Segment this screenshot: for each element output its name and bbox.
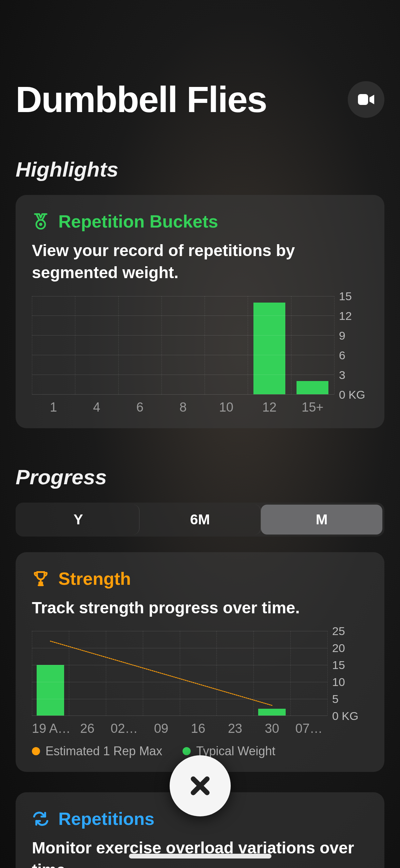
bar-col xyxy=(253,631,290,716)
y-tick: 3 xyxy=(339,368,345,381)
x-tick: 23 xyxy=(216,721,253,736)
y-tick: 20 xyxy=(332,641,345,655)
cycle-icon xyxy=(32,810,50,828)
progress-heading: Progress xyxy=(16,465,384,489)
bar-col xyxy=(32,631,69,716)
bar-col xyxy=(106,631,143,716)
bar-col xyxy=(69,631,106,716)
svg-point-2 xyxy=(39,223,42,226)
x-tick: 16 xyxy=(180,721,217,736)
y-tick: 15 xyxy=(339,289,352,303)
bar-col xyxy=(161,296,205,394)
trophy-icon xyxy=(32,570,50,587)
time-range-segmented[interactable]: Y6MM xyxy=(16,503,384,537)
strength-desc: Track strength progress over time. xyxy=(32,597,368,619)
x-tick: 09 xyxy=(143,721,180,736)
page-title: Dumbbell Flies xyxy=(16,78,267,121)
legend-est-1rm: Estimated 1 Rep Max xyxy=(32,744,162,758)
dot-green-icon xyxy=(183,747,191,755)
video-button[interactable] xyxy=(348,81,384,118)
bar-col xyxy=(180,631,217,716)
highlights-heading: Highlights xyxy=(16,157,384,181)
y-tick: 0 KG xyxy=(332,709,358,723)
rep-buckets-chart: 15129630 KG xyxy=(32,296,368,395)
x-tick: 4 xyxy=(75,400,118,415)
bar-col xyxy=(75,296,118,394)
strength-card[interactable]: Strength Track strength progress over ti… xyxy=(16,552,384,772)
x-tick: 1 xyxy=(32,400,75,415)
segment-y[interactable]: Y xyxy=(18,505,139,535)
x-tick: 8 xyxy=(161,400,205,415)
y-tick: 25 xyxy=(332,625,345,638)
segment-6m[interactable]: 6M xyxy=(139,505,261,535)
video-icon xyxy=(358,93,374,106)
home-indicator[interactable] xyxy=(129,854,271,858)
legend-est-1rm-label: Estimated 1 Rep Max xyxy=(45,744,162,758)
rep-buckets-card[interactable]: Repetition Buckets View your record of r… xyxy=(16,195,384,428)
rep-buckets-title: Repetition Buckets xyxy=(58,211,218,232)
bar-col xyxy=(248,296,291,394)
x-tick: 30 xyxy=(253,721,290,736)
x-tick: 12 xyxy=(248,400,291,415)
x-tick: 6 xyxy=(118,400,161,415)
bar xyxy=(37,665,64,716)
segment-m[interactable]: M xyxy=(261,505,382,535)
x-tick: 15+ xyxy=(291,400,334,415)
bar-col xyxy=(290,631,327,716)
close-icon xyxy=(188,774,212,798)
y-tick: 15 xyxy=(332,658,345,672)
close-button[interactable] xyxy=(170,755,231,816)
rep-buckets-desc: View your record of repetitions by segme… xyxy=(32,240,368,284)
x-tick: 07… xyxy=(290,721,327,736)
bar-col xyxy=(143,631,180,716)
bar-col xyxy=(216,631,253,716)
bar-col xyxy=(291,296,334,394)
bar xyxy=(297,381,328,394)
y-tick: 12 xyxy=(339,309,352,322)
y-tick: 0 KG xyxy=(339,388,365,401)
x-tick: 10 xyxy=(205,400,248,415)
x-tick: 19 A… xyxy=(32,721,69,736)
x-tick: 26 xyxy=(69,721,106,736)
x-tick: 02… xyxy=(106,721,143,736)
y-tick: 10 xyxy=(332,675,345,689)
svg-rect-0 xyxy=(358,94,368,105)
bar-col xyxy=(118,296,161,394)
repetitions-title: Repetitions xyxy=(58,809,154,829)
bar xyxy=(253,303,285,394)
medal-icon xyxy=(32,213,50,230)
bar-col xyxy=(205,296,248,394)
dot-orange-icon xyxy=(32,747,40,755)
y-tick: 9 xyxy=(339,329,345,342)
strength-chart: 2520151050 KG xyxy=(32,631,368,716)
repetitions-desc: Monitor exercise overload variations ove… xyxy=(32,837,368,868)
bar-col xyxy=(32,296,75,394)
strength-title: Strength xyxy=(58,568,131,589)
bar xyxy=(258,709,286,716)
y-tick: 5 xyxy=(332,692,339,706)
y-tick: 6 xyxy=(339,348,345,362)
